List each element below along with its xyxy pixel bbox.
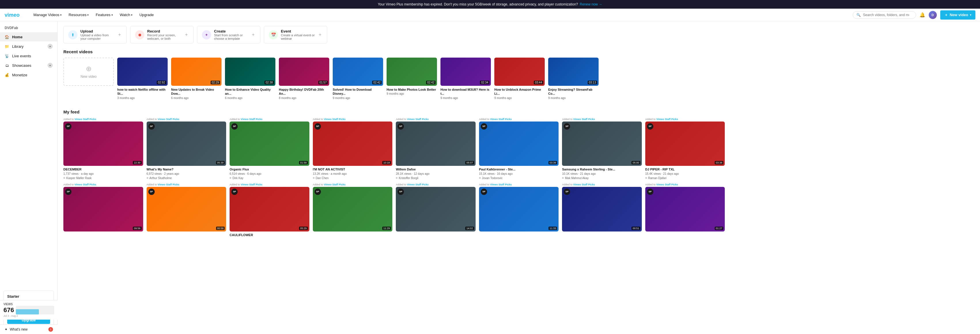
- list-item[interactable]: Added to Vimeo Staff Picks SP 03:38 DJ P…: [645, 118, 725, 180]
- quick-action-upload[interactable]: ⬆ Upload Upload a video from your comput…: [64, 26, 127, 43]
- list-item[interactable]: Added to Vimeo Staff Picks SP 22:30 DECE…: [64, 118, 143, 180]
- feed-duration: 11:29: [382, 227, 391, 230]
- feed-duration: 00:58: [216, 227, 225, 230]
- feed-duration: 05:00: [632, 161, 640, 164]
- quick-action-event[interactable]: 📅 Event Create a virtual event or webina…: [264, 26, 327, 43]
- sidebar-item-library[interactable]: 📁 Library +: [0, 41, 57, 51]
- staff-picks-badge: SP: [481, 189, 487, 195]
- showcases-badge[interactable]: +: [48, 63, 53, 68]
- list-item[interactable]: Added to Vimeo Staff Picks SP 05:00 Sams…: [562, 118, 642, 180]
- event-icon: 📅: [269, 30, 278, 40]
- list-item[interactable]: Added to Vimeo Staff Picks SP 14:02: [396, 183, 476, 241]
- staff-picks-badge: SP: [647, 123, 653, 130]
- new-video-card[interactable]: ⊕ New video: [64, 57, 114, 86]
- nav-logo[interactable]: vimeo: [5, 12, 25, 18]
- my-feed-section: My feed Added to Vimeo Staff Picks SP 22…: [64, 110, 974, 241]
- feed-author: Dan Chen: [313, 177, 393, 180]
- feed-views: 13.2K views · a month ago: [313, 172, 393, 175]
- feed-thumbnail: SP 05:07: [396, 121, 476, 166]
- author-avatar: [146, 177, 148, 179]
- duration-badge: 03:44: [534, 81, 543, 84]
- new-video-button[interactable]: ＋ New video ▾: [940, 10, 975, 19]
- search-icon: 🔍: [856, 13, 861, 17]
- feed-grid-row1: Added to Vimeo Staff Picks SP 22:30 DECE…: [64, 118, 974, 180]
- added-to-label: Added to Vimeo Staff Picks: [64, 183, 143, 186]
- list-item[interactable]: Added to Vimeo Staff Picks SP 00:51: [562, 183, 642, 241]
- create-icon: ✦: [202, 30, 211, 40]
- avatar[interactable]: D: [929, 11, 937, 19]
- quick-action-create[interactable]: ✦ Create Start from scratch or choose a …: [197, 26, 261, 43]
- duration-badge: 02:38: [264, 81, 274, 84]
- nav-links: Manage Videos ▾ Resources ▾ Features ▾ W…: [30, 11, 157, 19]
- video-meta: 3 months ago: [117, 97, 168, 100]
- staff-picks-badge: SP: [647, 189, 653, 195]
- feed-thumbnail: SP 05:29: [229, 187, 309, 232]
- event-plus-icon: ＋: [318, 32, 322, 38]
- sidebar-item-showcases-label: Showcases: [12, 64, 31, 68]
- added-to-label: Added to Vimeo Staff Picks: [562, 118, 642, 121]
- table-row[interactable]: 02:34 How to download M3U8? Here is t...…: [441, 57, 491, 100]
- list-item[interactable]: Added to Vimeo Staff Picks SP 11:33: [479, 183, 559, 241]
- event-desc: Create a virtual event or webinar: [281, 33, 315, 40]
- table-row[interactable]: 02:29 New Updates to Break Video Dow... …: [171, 57, 221, 100]
- nav-manage-videos[interactable]: Manage Videos ▾: [30, 11, 65, 19]
- list-item[interactable]: Added to Vimeo Staff Picks SP 05:07 Will…: [396, 118, 476, 180]
- duration-badge: 02:42: [372, 81, 382, 84]
- feed-author: Kasper Møller Rask: [64, 177, 143, 180]
- video-title: How to Unblock Amazon Prime Li...: [494, 87, 545, 96]
- new-video-label: New video: [80, 75, 97, 79]
- list-item[interactable]: Added to Vimeo Staff Picks SP 05:29 CAUL…: [229, 183, 309, 241]
- list-item[interactable]: Added to Vimeo Staff Picks SP 09:56: [64, 183, 143, 241]
- library-icon: 📁: [5, 44, 9, 49]
- feed-views: 10.1K views · 21 days ago: [562, 172, 642, 175]
- list-item[interactable]: Added to Vimeo Staff Picks SP 01:27: [645, 183, 725, 241]
- table-row[interactable]: 02:42 How to Make Photos Look Better 9 m…: [387, 57, 437, 100]
- chevron-icon: ▾: [60, 14, 62, 16]
- feed-author: Mak Mahmut Akay: [562, 177, 642, 180]
- staff-picks-badge: SP: [315, 123, 321, 130]
- feed-duration: 10:18: [382, 161, 391, 164]
- feed-duration: 03:39: [549, 161, 557, 164]
- feed-views: [562, 237, 642, 241]
- nav-features[interactable]: Features ▾: [93, 11, 116, 19]
- list-item[interactable]: Added to Vimeo Staff Picks SP 05:39 What…: [146, 118, 226, 180]
- nav-watch[interactable]: Watch ▾: [117, 11, 135, 19]
- library-badge[interactable]: +: [48, 44, 53, 49]
- search-bar[interactable]: 🔍: [853, 11, 916, 19]
- list-item[interactable]: Added to Vimeo Staff Picks SP 00:58: [146, 183, 226, 241]
- author-avatar: [64, 177, 65, 179]
- sidebar-item-showcases[interactable]: 🗂 Showcases +: [0, 60, 57, 70]
- added-to-label: Added to Vimeo Staff Picks: [313, 183, 393, 186]
- sidebar-item-monetize[interactable]: 💰 Monetize: [0, 70, 57, 80]
- feed-thumbnail: SP 05:39: [146, 121, 226, 166]
- search-input[interactable]: [863, 13, 909, 17]
- table-row[interactable]: 03:13 Enjoy Streaming? StreamFab Co... 9…: [548, 57, 598, 100]
- quick-action-record[interactable]: ⏺ Record Record your screen, webcam, or …: [130, 26, 194, 43]
- list-item[interactable]: Added to Vimeo Staff Picks SP 01:58 Orga…: [229, 118, 309, 180]
- feed-duration: 05:07: [465, 161, 474, 164]
- table-row[interactable]: 02:42 Solved! How to Download Disney... …: [333, 57, 383, 100]
- list-item[interactable]: Added to Vimeo Staff Picks SP 10:18 I'M …: [313, 118, 393, 180]
- chevron-icon: ▾: [87, 14, 89, 16]
- renew-link[interactable]: Renew now →: [580, 2, 602, 6]
- list-item[interactable]: Added to Vimeo Staff Picks SP 11:29: [313, 183, 393, 241]
- views-count: 676: [3, 306, 14, 314]
- table-row[interactable]: 02:92 how to watch Netflix offline with …: [117, 57, 168, 100]
- notification-bell-icon[interactable]: 🔔: [920, 12, 925, 17]
- duration-badge: 02:29: [211, 81, 220, 84]
- list-item[interactable]: Added to Vimeo Staff Picks SP 03:39 Paul…: [479, 118, 559, 180]
- table-row[interactable]: 01:57 Happy Birthday! DVDFab 20th An... …: [279, 57, 329, 100]
- feed-author: Raman Djafari: [645, 177, 725, 180]
- whats-new[interactable]: ✦ What's new 1: [0, 324, 57, 333]
- nav-upgrade[interactable]: Upgrade: [137, 11, 157, 19]
- nav-resources[interactable]: Resources ▾: [66, 11, 92, 19]
- table-row[interactable]: 02:38 How to Enhance Video Quality an...…: [225, 57, 275, 100]
- sidebar-item-live-events[interactable]: 📡 Live events: [0, 51, 57, 60]
- video-title: How to Enhance Video Quality an...: [225, 87, 275, 96]
- feed-author: Arthur Studholme: [146, 177, 226, 180]
- staff-picks-badge: SP: [148, 123, 155, 130]
- sidebar-item-home[interactable]: 🏠 Home: [0, 32, 57, 41]
- table-row[interactable]: 03:44 How to Unblock Amazon Prime Li... …: [494, 57, 545, 100]
- added-to-label: Added to Vimeo Staff Picks: [146, 118, 226, 121]
- top-banner: Your Vimeo Plus membership has expired. …: [0, 0, 980, 9]
